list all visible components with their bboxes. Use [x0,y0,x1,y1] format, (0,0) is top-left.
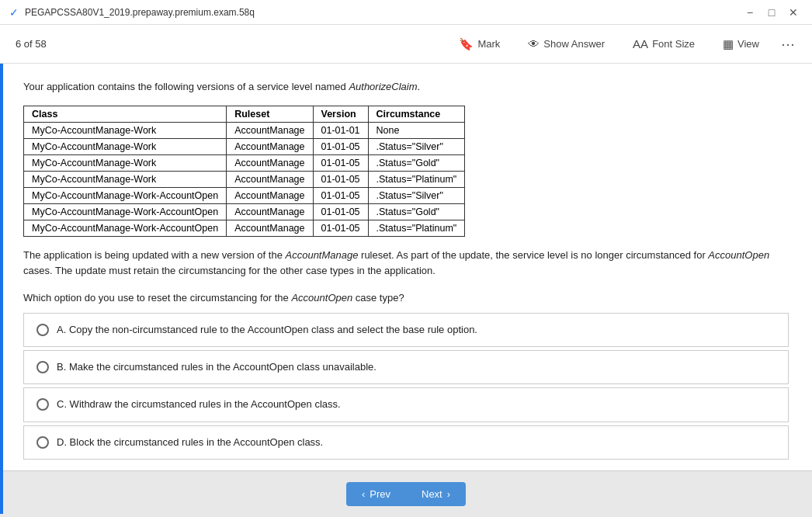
main-content: Your application contains the following … [0,64,812,470]
font-size-label: Font Size [652,38,695,50]
table-cell-2-2: 01-01-05 [313,154,368,171]
option-radio-c [36,398,49,411]
option-text-c: C. Withdraw the circumstanced rules in t… [57,397,341,411]
question-intro-text: Your application contains the following … [23,81,349,92]
col-header-ruleset: Ruleset [227,106,313,122]
table-cell-6-1: AccountManage [227,220,313,236]
title-bar: ✓ PEGAPCSSA80V1_2019.prepaway.premium.ex… [0,0,812,25]
table-cell-1-2: 01-01-05 [313,138,368,154]
question-intro: Your application contains the following … [23,79,789,95]
table-cell-0-0: MyCo-AccountManage-Work [24,122,227,138]
option-b[interactable]: B. Make the circumstanced rules in the A… [23,350,789,384]
col-header-circumstance: Circumstance [368,106,465,122]
font-size-button[interactable]: AA Font Size [626,34,701,54]
question-body-text1: The application is being updated with a … [23,249,286,261]
mark-label: Mark [477,38,500,50]
maximize-button[interactable]: □ [762,3,781,22]
table-row: MyCo-AccountManage-WorkAccountManage01-0… [24,171,465,187]
table-cell-1-1: AccountManage [227,138,313,154]
option-text-d: D. Block the circumstanced rules in the … [57,435,323,449]
question-prompt: Which option do you use to reset the cir… [23,292,789,304]
prev-label: Prev [370,488,390,500]
table-cell-3-2: 01-01-05 [313,171,368,187]
question-prompt-text: Which option do you use to reset the cir… [23,292,291,304]
table-cell-3-1: AccountManage [227,171,313,187]
table-cell-5-1: AccountManage [227,203,313,220]
toolbar-right: 🔖 Mark 👁 Show Answer AA Font Size ▦ View… [453,34,796,54]
data-table: Class Ruleset Version Circumstance MyCo-… [23,106,465,237]
prev-arrow-icon: ‹ [362,488,365,500]
question-intro-dot: . [418,81,421,92]
view-icon: ▦ [723,37,734,51]
bookmark-icon: 🔖 [459,37,474,51]
table-cell-4-1: AccountManage [227,187,313,203]
view-label: View [737,38,759,50]
table-cell-0-3: None [368,122,465,138]
next-label: Next [422,488,442,500]
window-title: PEGAPCSSA80V1_2019.prepaway.premium.exam… [25,7,255,18]
mark-button[interactable]: 🔖 Mark [453,34,506,54]
question-body-text2: ruleset. As part of the update, the serv… [358,249,708,261]
col-header-class: Class [24,106,227,122]
question-body-italic2: AccountOpen [708,249,769,261]
table-row: MyCo-AccountManage-Work-AccountOpenAccou… [24,187,465,203]
toolbar: 6 of 58 🔖 Mark 👁 Show Answer AA Font Siz… [0,25,812,64]
table-cell-5-0: MyCo-AccountManage-Work-AccountOpen [24,203,227,220]
table-cell-1-3: .Status="Silver" [368,138,465,154]
table-cell-0-2: 01-01-01 [313,122,368,138]
show-answer-label: Show Answer [543,38,605,50]
table-cell-2-3: .Status="Gold" [368,154,465,171]
question-prompt-italic: AccountOpen [291,292,352,304]
question-body-text3: cases. The update must retain the circum… [23,265,435,276]
table-row: MyCo-AccountManage-Work-AccountOpenAccou… [24,220,465,236]
option-a[interactable]: A. Copy the non-circumstanced rule to th… [23,313,789,347]
checkmark-icon: ✓ [9,6,19,19]
table-cell-4-3: .Status="Silver" [368,187,465,203]
title-bar-controls: − □ ✕ [741,3,803,22]
more-options-button[interactable]: ⋯ [781,36,796,53]
service-name: AuthorizeClaim [349,81,417,92]
close-button[interactable]: ✕ [784,3,803,22]
next-button[interactable]: Next › [406,482,466,506]
table-row: MyCo-AccountManage-WorkAccountManage01-0… [24,154,465,171]
option-radio-a [36,324,49,336]
question-counter: 6 of 58 [16,38,47,50]
option-radio-b [36,361,49,373]
col-header-version: Version [313,106,368,122]
view-button[interactable]: ▦ View [717,34,765,54]
table-cell-3-3: .Status="Platinum" [368,171,465,187]
table-cell-5-2: 01-01-05 [313,203,368,220]
minimize-button[interactable]: − [741,3,759,22]
prev-button[interactable]: ‹ Prev [346,482,406,506]
title-bar-left: ✓ PEGAPCSSA80V1_2019.prepaway.premium.ex… [9,6,255,19]
table-cell-6-3: .Status="Platinum" [368,220,465,236]
table-cell-4-0: MyCo-AccountManage-Work-AccountOpen [24,187,227,203]
table-row: MyCo-AccountManage-WorkAccountManage01-0… [24,122,465,138]
table-row: MyCo-AccountManage-WorkAccountManage01-0… [24,138,465,154]
option-text-b: B. Make the circumstanced rules in the A… [57,360,377,374]
table-cell-2-0: MyCo-AccountManage-Work [24,154,227,171]
question-body-italic1: AccountManage [286,249,359,261]
table-header-row: Class Ruleset Version Circumstance [24,106,465,122]
option-radio-d [36,436,49,449]
option-c[interactable]: C. Withdraw the circumstanced rules in t… [23,387,789,422]
next-arrow-icon: › [447,488,450,500]
options-container: A. Copy the non-circumstanced rule to th… [23,313,789,460]
show-answer-button[interactable]: 👁 Show Answer [522,34,611,54]
question-body: The application is being updated with a … [23,248,789,280]
table-cell-6-0: MyCo-AccountManage-Work-AccountOpen [24,220,227,236]
bottom-nav: ‹ Prev Next › [0,470,812,517]
left-accent-bar [0,64,3,514]
option-text-a: A. Copy the non-circumstanced rule to th… [57,323,477,337]
table-cell-0-1: AccountManage [227,122,313,138]
table-cell-5-3: .Status="Gold" [368,203,465,220]
option-d[interactable]: D. Block the circumstanced rules in the … [23,425,789,460]
table-cell-1-0: MyCo-AccountManage-Work [24,138,227,154]
font-icon: AA [633,37,648,50]
eye-icon: 👁 [528,37,540,50]
table-row: MyCo-AccountManage-Work-AccountOpenAccou… [24,203,465,220]
question-prompt-end: case type? [352,292,404,304]
table-cell-6-2: 01-01-05 [313,220,368,236]
table-cell-3-0: MyCo-AccountManage-Work [24,171,227,187]
table-cell-2-1: AccountManage [227,154,313,171]
